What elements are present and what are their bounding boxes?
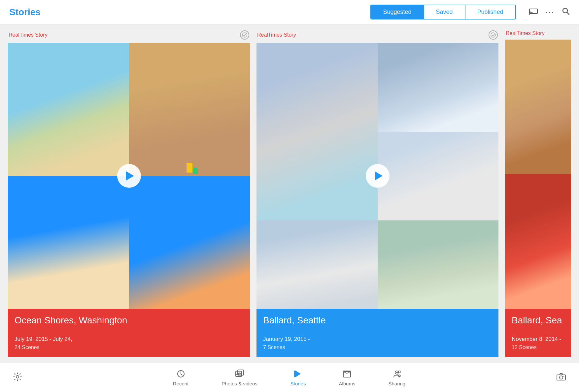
tab-group: Suggested Saved Published (370, 5, 516, 19)
svg-point-17 (398, 371, 400, 373)
story-media-2 (256, 43, 498, 309)
play-button-2[interactable] (366, 164, 390, 188)
checkmark-icon-2[interactable] (489, 30, 498, 40)
nav-item-stories[interactable]: Stories (290, 369, 306, 386)
story-info-2: Ballard, Seattle January 19, 2015 - 7 Sc… (256, 309, 498, 357)
story-label-row-2: RealTimes Story (256, 30, 498, 40)
photo-dog-snow (256, 220, 378, 309)
photo-girl-beach (8, 176, 129, 309)
camera-icon[interactable] (557, 373, 566, 383)
sharing-icon (392, 369, 401, 379)
nav-label-photos: Photos & videos (221, 381, 257, 386)
story-media-1 (8, 43, 250, 309)
svg-point-6 (16, 376, 19, 378)
svg-point-5 (491, 33, 495, 37)
story-label-3: RealTimes Story (506, 30, 545, 36)
photo-window-girl (378, 132, 499, 220)
photo-sand-toys (129, 43, 250, 176)
tab-suggested[interactable]: Suggested (371, 5, 424, 19)
story-title-2: Ballard, Seattle (263, 315, 492, 326)
svg-rect-13 (343, 372, 351, 377)
nav-item-albums[interactable]: Albums (339, 369, 355, 386)
story-card-3[interactable]: RealTimes Story Ballard, Sea November 8,… (505, 30, 571, 357)
albums-icon (342, 369, 352, 379)
story-label-1: RealTimes Story (9, 32, 48, 38)
checkmark-icon-1[interactable] (240, 30, 249, 40)
photo-thanksgiving (505, 40, 571, 174)
story-scenes-1: 24 Scenes (15, 344, 243, 350)
main-content: RealTimes Story (0, 24, 579, 363)
top-actions: ··· (529, 7, 570, 17)
play-triangle-1 (126, 171, 134, 180)
story-card-2[interactable]: RealTimes Story (256, 30, 498, 357)
photo-forest-snow (378, 220, 499, 309)
story-title-3: Ballard, Sea (512, 315, 564, 326)
settings-icon[interactable] (13, 373, 22, 383)
nav-label-stories: Stories (290, 381, 306, 386)
photo-collage-3 (505, 40, 571, 309)
photo-holiday-hug (505, 174, 571, 309)
recent-icon (176, 369, 186, 379)
photo-snow-kid (256, 43, 378, 220)
photo-swim-kid (129, 176, 250, 309)
bottom-nav: Recent Photos & videos Sto (22, 369, 557, 386)
svg-point-22 (560, 376, 563, 379)
story-label-row-1: RealTimes Story (8, 30, 250, 40)
nav-label-recent: Recent (173, 381, 189, 386)
tab-saved[interactable]: Saved (424, 5, 465, 19)
play-button-1[interactable] (117, 164, 141, 188)
story-info-3: Ballard, Sea November 8, 2014 - 12 Scene… (505, 309, 571, 357)
more-icon[interactable]: ··· (545, 7, 555, 17)
top-bar: Stories Suggested Saved Published ··· (0, 0, 579, 24)
story-card-1[interactable]: RealTimes Story (8, 30, 250, 357)
story-dates-2: January 19, 2015 - (263, 336, 492, 343)
story-scenes-3: 12 Scenes (512, 344, 564, 350)
play-triangle-2 (375, 171, 383, 180)
svg-point-4 (242, 33, 247, 37)
story-dates-1: July 19, 2015 - July 24, (15, 336, 243, 343)
photo-beach-house (8, 43, 129, 176)
story-label-row-3: RealTimes Story (505, 30, 571, 36)
story-label-2: RealTimes Story (257, 32, 296, 38)
nav-item-sharing[interactable]: Sharing (388, 369, 405, 386)
stories-grid: RealTimes Story (8, 30, 571, 357)
photos-icon (235, 369, 244, 379)
story-scenes-2: 7 Scenes (263, 344, 492, 350)
photo-snowman (378, 43, 499, 132)
nav-label-sharing: Sharing (388, 381, 405, 386)
story-title-1: Ocean Shores, Washington (15, 315, 243, 326)
cast-icon[interactable] (529, 8, 538, 17)
app-title: Stories (9, 7, 41, 17)
svg-line-3 (567, 12, 569, 15)
search-icon[interactable] (562, 7, 570, 17)
svg-rect-12 (294, 371, 295, 377)
tab-published[interactable]: Published (465, 5, 515, 19)
story-dates-3: November 8, 2014 - (512, 336, 564, 343)
svg-marker-11 (295, 371, 301, 377)
svg-point-23 (563, 376, 564, 376)
bottom-bar: Recent Photos & videos Sto (0, 363, 579, 392)
stories-icon (293, 369, 303, 379)
story-media-3 (505, 40, 571, 309)
story-info-1: Ocean Shores, Washington July 19, 2015 -… (8, 309, 250, 357)
nav-label-albums: Albums (339, 381, 355, 386)
nav-item-recent[interactable]: Recent (173, 369, 189, 386)
svg-point-16 (396, 372, 397, 373)
nav-item-photos[interactable]: Photos & videos (221, 369, 257, 386)
